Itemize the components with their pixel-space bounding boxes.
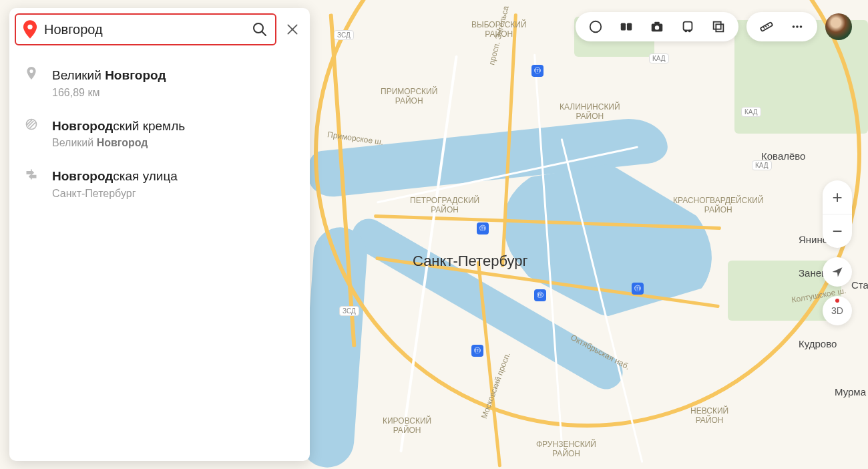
svg-line-2 [262,31,266,35]
svg-point-17 [655,25,659,29]
suggestion-subtitle: Великий Новгород [52,137,296,149]
close-button[interactable] [280,17,304,41]
svg-point-13 [590,21,602,33]
search-box [15,13,276,45]
layers-group [576,12,738,41]
map-controls: + − 3D [823,180,852,325]
suggestion-item[interactable]: Новгородский кремль Великий Новгород [23,108,296,159]
district-label: КАЛИНИНСКИЙРАЙОН [560,102,620,121]
road-label-kad: КАД [752,160,772,170]
metro-marker[interactable] [471,345,483,357]
suggestion-title: Новгородский кремль [52,118,296,135]
zoom-in-button[interactable]: + [823,180,852,214]
svg-point-20 [684,30,687,33]
road-label-zsd: ЗСД [339,306,359,316]
camera-button[interactable] [642,12,672,41]
svg-rect-19 [684,22,692,31]
hatch-icon [23,118,40,135]
metro-marker[interactable] [534,289,546,301]
svg-rect-15 [627,23,632,31]
road-label-kad: КАД [741,107,761,117]
suggestion-item[interactable]: Новгородская улица Санкт-Петербург [23,158,296,209]
svg-point-0 [27,25,32,29]
district-label: ПЕТРОГРАДСКИЙРАЙОН [410,196,479,214]
svg-line-27 [767,25,769,27]
road-label-zsd: ЗСД [334,30,354,40]
svg-rect-23 [716,24,723,31]
ruler-button[interactable] [752,12,781,41]
locate-button[interactable] [823,257,852,287]
compass-north-icon [835,299,839,303]
compass-3d-button[interactable]: 3D [823,296,852,325]
layers-button[interactable] [704,12,733,41]
svg-rect-14 [621,23,626,31]
place-label: Ковалёво [761,150,805,162]
place-label: Мурма [835,386,866,398]
svg-marker-12 [29,175,37,178]
place-label: Ста [851,279,868,291]
zoom-panel: + − [823,180,852,248]
city-label: Санкт-Петербург [413,253,528,270]
district-label: КРАСНОГВАРДЕЙСКИЙРАЙОН [673,196,764,214]
place-label: Кудрово [799,338,837,349]
more-button[interactable] [783,12,812,41]
svg-line-25 [763,27,765,29]
suggestion-subtitle: 166,89 км [52,87,296,99]
signpost-icon [23,168,40,185]
district-label: ФРУНЗЕНСКИЙРАЙОН [536,440,596,458]
suggestion-list: Великий Новгород 166,89 км Новгородский … [15,45,304,209]
three-d-label: 3D [831,305,843,316]
suggestion-subtitle: Санкт-Петербург [52,188,296,200]
svg-marker-11 [27,171,35,174]
metro-marker[interactable] [632,283,644,295]
svg-line-26 [765,25,767,27]
svg-point-21 [688,30,691,33]
traffic-button[interactable] [581,12,610,41]
pin-icon [23,67,40,84]
tools-group [746,12,817,41]
transport-button[interactable] [673,12,702,41]
svg-point-29 [796,25,799,28]
suggestion-item[interactable]: Великий Новгород 166,89 км [23,57,296,108]
search-button[interactable] [248,18,271,41]
metro-marker[interactable] [531,65,544,77]
district-label: ПРИМОРСКИЙРАЙОН [381,87,437,106]
svg-rect-22 [714,22,721,29]
suggestion-title: Великий Новгород [52,67,296,84]
svg-point-30 [800,25,803,28]
district-label: КИРОВСКИЙРАЙОН [383,416,431,435]
district-label: НЕВСКИЙРАЙОН [690,406,728,425]
zoom-out-button[interactable]: − [823,214,852,248]
street-panorama-button[interactable] [612,12,641,41]
metro-marker[interactable] [477,222,489,234]
suggestion-title: Новгородская улица [52,168,296,185]
road-label-kad: КАД [649,53,669,63]
location-pin-icon [23,20,37,39]
svg-point-5 [29,69,33,73]
search-panel: Великий Новгород 166,89 км Новгородский … [9,8,310,461]
user-avatar[interactable] [825,13,852,40]
svg-point-28 [793,25,795,28]
top-toolbar [576,12,852,41]
search-input[interactable] [44,15,248,44]
svg-rect-18 [654,22,659,25]
